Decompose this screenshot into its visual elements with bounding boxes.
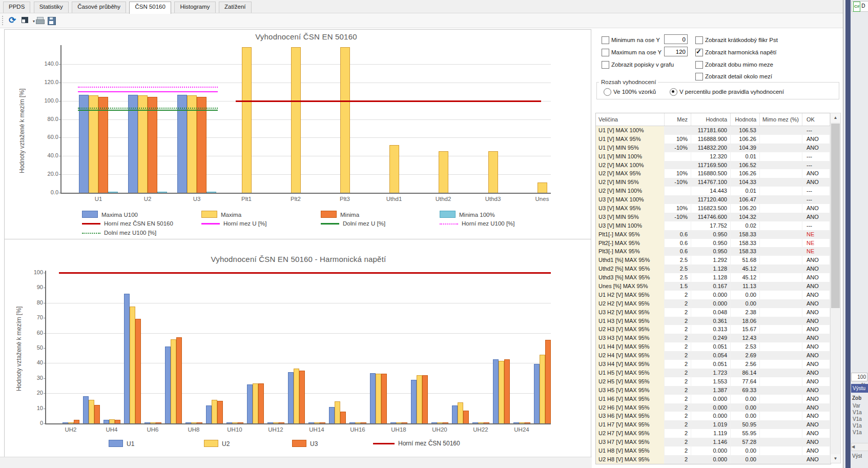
- table-row[interactable]: U1 [V] MIN 95%-10%114832.200104.39ANO: [596, 144, 831, 152]
- column-header-velicina[interactable]: Veličina: [596, 113, 665, 126]
- legend-label: Dolní mez U100 [%]: [104, 230, 156, 236]
- column-header-hodnota-pct[interactable]: Hodnota %: [731, 113, 760, 126]
- save-button[interactable]: [45, 15, 57, 26]
- table-cell: 117169.500: [691, 161, 731, 170]
- table-cell: Uthd3 [%] MAX 95%: [596, 273, 665, 282]
- tab-casove-prubehy[interactable]: Časové průběhy: [72, 2, 126, 13]
- table-cell: 2: [665, 403, 691, 412]
- tab-histogramy[interactable]: Histogramy: [174, 2, 215, 13]
- minimum-y-input[interactable]: [664, 34, 688, 44]
- table-cell: U1 H5 [V] MAX 95%: [596, 369, 665, 377]
- table-row[interactable]: U2 H4 [V] MAX 95%20.0542.69ANO: [596, 351, 831, 360]
- table-row[interactable]: U3 H3 [V] MAX 95%20.24912.43ANO: [596, 334, 831, 342]
- export-image-button[interactable]: ▾: [19, 15, 35, 26]
- table-row[interactable]: Unes [%] MAX 95%1.50.16711.13ANO: [596, 282, 831, 291]
- table-row[interactable]: U3 [V] MAX 95%10%116823.500106.20ANO: [596, 204, 831, 213]
- toolbar-grip[interactable]: [2, 16, 5, 25]
- column-header-hodnota[interactable]: Hodnota: [691, 113, 731, 126]
- table-cell: 0.054: [691, 351, 731, 360]
- table-cell: -10%: [665, 213, 691, 221]
- table-row[interactable]: U2 [V] MAX 95%10%116880.500106.26ANO: [596, 169, 831, 178]
- scrollbar-up-icon[interactable]: ▲: [831, 113, 840, 122]
- table-row[interactable]: U1 H7 [V] MAX 95%21.01950.95ANO: [596, 420, 831, 429]
- table-row[interactable]: Plt2[-] MAX 95%0.60.950158.33NE: [596, 239, 831, 248]
- ve-100-vzorku-radio[interactable]: [604, 88, 611, 96]
- table-row[interactable]: U2 H3 [V] MAX 95%20.31315.67ANO: [596, 325, 831, 334]
- table-row[interactable]: Plt3[-] MAX 95%0.60.950158.33NE: [596, 247, 831, 256]
- legend-swatch-maxima: [201, 211, 217, 218]
- legend-swatch-minima-100: [440, 211, 456, 218]
- background-zoom-level[interactable]: 100 %: [851, 373, 867, 381]
- table-cell: ANO: [802, 264, 830, 273]
- table-row[interactable]: U1 H6 [V] MAX 95%20.0000.00ANO: [596, 395, 831, 403]
- scrollbar-thumb[interactable]: [831, 124, 840, 308]
- table-cell: U2 H7 [V] MAX 95%: [596, 429, 665, 438]
- legend-label: Horní mez ČSN EN 50160: [104, 220, 173, 227]
- column-header-mimo-mez[interactable]: Mimo mez (%): [760, 113, 802, 126]
- table-row[interactable]: Plt1[-] MAX 95%0.60.950158.33NE: [596, 230, 831, 239]
- table-cell: Unes [%] MAX 95%: [596, 282, 665, 291]
- table-row[interactable]: U1 [V] MIN 100%12.3200.01---: [596, 152, 831, 161]
- table-row[interactable]: U1 H3 [V] MAX 95%20.36118.06ANO: [596, 317, 831, 325]
- tab-zatizeni[interactable]: Zatížení: [219, 2, 252, 13]
- legend-label: U3: [310, 440, 318, 447]
- tab-csn-50160[interactable]: ČSN 50160: [129, 2, 171, 14]
- table-row[interactable]: U2 [V] MIN 100%14.4430.01---: [596, 187, 831, 195]
- scrollbar-down-icon[interactable]: ▼: [831, 454, 840, 463]
- table-cell: U2 [V] MAX 100%: [596, 161, 665, 170]
- table-row[interactable]: U3 H7 [V] MAX 95%21.14657.28ANO: [596, 438, 831, 446]
- table-row[interactable]: U2 H6 [V] MAX 95%20.0000.00ANO: [596, 403, 831, 412]
- popisky-checkbox[interactable]: [602, 61, 609, 69]
- background-output-header[interactable]: Výstu: [851, 384, 868, 393]
- flikr-checkbox[interactable]: [695, 36, 703, 44]
- table-cell: U3 [V] MAX 95%: [596, 204, 665, 213]
- maximum-y-input[interactable]: [664, 47, 688, 56]
- table-cell: U2 H3 [V] MAX 95%: [596, 325, 665, 334]
- table-row[interactable]: U1 [V] MAX 95%10%116888.900106.26ANO: [596, 135, 831, 144]
- tab-ppds[interactable]: PPDS: [3, 2, 30, 13]
- table-cell: ---: [802, 161, 830, 170]
- table-row[interactable]: Uthd3 [%] MAX 95%2.51.12845.12ANO: [596, 273, 831, 282]
- table-cell: [760, 342, 802, 351]
- column-header-ok[interactable]: OK: [802, 113, 830, 126]
- table-cell: [760, 325, 802, 334]
- table-row[interactable]: U1 H8 [V] MAX 95%20.0000.00ANO: [596, 446, 831, 455]
- table-row[interactable]: U3 [V] MIN 100%17.7520.02---: [596, 221, 831, 230]
- table-row[interactable]: U2 [V] MIN 95%-10%114767.100104.33ANO: [596, 178, 831, 187]
- maximum-y-checkbox[interactable]: [602, 49, 609, 56]
- table-row[interactable]: U1 [V] MAX 100%117181.600106.53---: [596, 126, 831, 135]
- harmonicka-checkbox[interactable]: [695, 49, 703, 56]
- table-row[interactable]: U3 H5 [V] MAX 95%21.38769.33ANO: [596, 386, 831, 395]
- table-row[interactable]: U3 H4 [V] MAX 95%20.0512.56ANO: [596, 360, 831, 369]
- table-row[interactable]: U2 [V] MAX 100%117169.500106.52---: [596, 161, 831, 170]
- table-cell: 1.128: [691, 264, 731, 273]
- table-row[interactable]: U3 H2 [V] MAX 95%20.0482.38ANO: [596, 308, 831, 317]
- background-hscrollbar[interactable]: ◀: [851, 443, 868, 451]
- refresh-button[interactable]: ⟳: [6, 15, 18, 26]
- table-row[interactable]: U2 H2 [V] MAX 95%20.0000.00ANO: [596, 299, 831, 308]
- table-cell: [760, 386, 802, 395]
- table-cell: 0.048: [691, 308, 731, 317]
- table-row[interactable]: U2 H5 [V] MAX 95%21.55377.64ANO: [596, 377, 831, 386]
- table-row[interactable]: U3 H6 [V] MAX 95%20.0000.00ANO: [596, 412, 831, 420]
- table-body: U1 [V] MAX 100%117181.600106.53---U1 [V]…: [596, 126, 831, 464]
- dobu-checkbox[interactable]: [695, 61, 703, 69]
- print-button[interactable]: [34, 15, 46, 26]
- column-header-mez[interactable]: Mez: [665, 113, 691, 126]
- table-row[interactable]: U3 [V] MAX 100%117120.400106.47---: [596, 195, 831, 204]
- table-row[interactable]: U3 [V] MIN 95%-10%114746.600104.32ANO: [596, 213, 831, 221]
- table-row[interactable]: U1 H2 [V] MAX 95%20.0000.00ANO: [596, 291, 831, 299]
- table-row[interactable]: U2 H7 [V] MAX 95%21.11955.95ANO: [596, 429, 831, 438]
- v-percentilu-radio[interactable]: [670, 88, 677, 96]
- minimum-y-checkbox[interactable]: [602, 36, 609, 44]
- table-scrollbar[interactable]: ▲ ▼: [830, 113, 841, 463]
- table-cell: ANO: [802, 377, 830, 386]
- tab-statistiky[interactable]: Statistiky: [34, 2, 69, 13]
- table-row[interactable]: U1 H4 [V] MAX 95%20.0512.53ANO: [596, 342, 831, 351]
- table-row[interactable]: U2 H8 [V] MAX 95%20.0000.00ANO: [596, 455, 831, 464]
- background-document-tab[interactable]: C#D: [852, 1, 868, 12]
- table-row[interactable]: Uthd1 [%] MAX 95%2.51.29251.68ANO: [596, 256, 831, 264]
- table-row[interactable]: U1 H5 [V] MAX 95%21.72386.14ANO: [596, 369, 831, 377]
- table-cell: 51.68: [731, 256, 760, 264]
- table-row[interactable]: Uthd2 [%] MAX 95%2.51.12845.12ANO: [596, 264, 831, 273]
